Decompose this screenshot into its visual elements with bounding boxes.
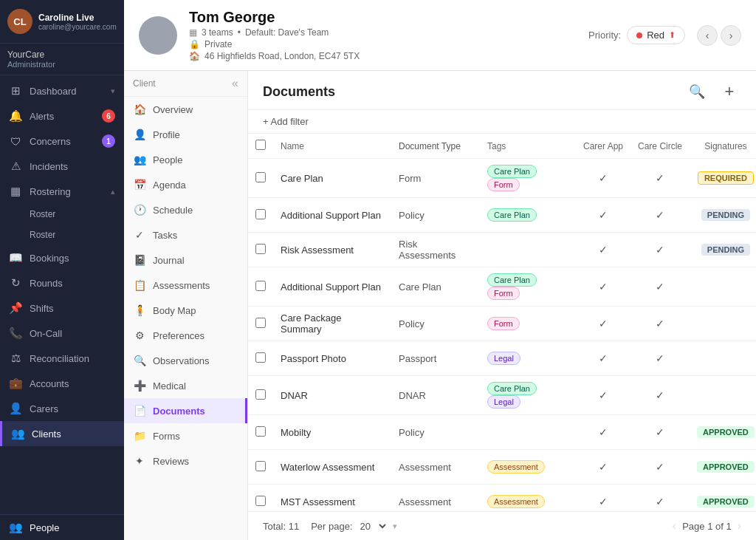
subnav-item-people[interactable]: 👥 People xyxy=(124,147,247,172)
check-icon: ✓ xyxy=(599,281,608,293)
subnav-item-label: Forms xyxy=(153,431,180,442)
sidebar-item-label: Clients xyxy=(32,428,61,440)
subnav-item-agenda[interactable]: 📅 Agenda xyxy=(124,172,247,197)
subnav-item-reviews[interactable]: ✦ Reviews xyxy=(124,448,247,474)
sidebar-item-concerns[interactable]: 🛡 Concerns 1 xyxy=(0,129,124,154)
sidebar: CL Caroline Live caroline@yourcare.com Y… xyxy=(0,0,124,540)
sidebar-item-accounts[interactable]: 💼 Accounts xyxy=(0,371,124,396)
bodymap-icon: 🧍 xyxy=(133,304,146,316)
sidebar-item-oncall[interactable]: 📞 On-Call xyxy=(0,321,124,346)
check-icon: ✓ xyxy=(656,461,664,473)
check-icon: ✓ xyxy=(599,461,608,473)
sidebar-item-alerts[interactable]: 🔔 Alerts 6 xyxy=(0,103,124,129)
tag-form: Form xyxy=(487,287,520,300)
client-teams: ▦ 3 teams • Default: Dave's Team xyxy=(189,27,577,38)
sidebar-item-dashboard[interactable]: ⊞ Dashboard ▾ xyxy=(0,78,124,103)
subnav-item-observations[interactable]: 🔍 Observations xyxy=(124,348,247,373)
subnav-item-profile[interactable]: 👤 Profile xyxy=(124,122,247,147)
medical-icon: ➕ xyxy=(133,380,146,392)
doc-name: Additional Support Plan xyxy=(273,198,391,233)
client-header: Tom George ▦ 3 teams • Default: Dave's T… xyxy=(124,0,756,71)
svg-point-0 xyxy=(153,27,163,38)
table-row: Additional Support Plan Care Plan Care P… xyxy=(248,267,756,307)
doc-name: Passport Photo xyxy=(273,341,391,376)
table-row: Mobilty Policy ✓ ✓ APPROVED Mon 7 Mar 20… xyxy=(248,415,756,450)
check-icon: ✓ xyxy=(656,352,664,364)
sidebar-item-rostering[interactable]: ▦ Rostering ▴ xyxy=(0,179,124,204)
row-checkbox[interactable] xyxy=(255,461,266,471)
select-all-checkbox[interactable] xyxy=(255,140,266,150)
clock-icon: 🕐 xyxy=(133,204,146,216)
sidebar-item-reconciliation[interactable]: ⚖ Reconciliation xyxy=(0,346,124,371)
subnav-item-forms[interactable]: 📁 Forms xyxy=(124,423,247,448)
next-page-button[interactable]: › xyxy=(738,519,741,533)
content-area: Client « 🏠 Overview 👤 Profile 👥 People 📅… xyxy=(124,71,756,540)
care-circle-check: ✓ xyxy=(630,341,690,376)
sidebar-item-roster2[interactable]: Roster xyxy=(0,225,124,245)
journal-icon: 📓 xyxy=(133,254,146,266)
sidebar-item-people[interactable]: 👥 People xyxy=(0,515,124,540)
row-checkbox[interactable] xyxy=(255,244,266,254)
documents-table: Name Document Type Tags Carer App Care C… xyxy=(248,134,756,511)
chevron-down-icon: ▾ xyxy=(111,86,115,96)
subnav-item-tasks[interactable]: ✓ Tasks xyxy=(124,222,247,247)
doc-type: Risk Assessments xyxy=(391,233,480,267)
doc-name: Risk Assessment xyxy=(273,233,391,267)
row-checkbox[interactable] xyxy=(255,318,266,328)
app-name: YourCare xyxy=(7,49,117,60)
check-icon: ✓ xyxy=(656,426,664,438)
col-signatures: Signatures xyxy=(690,134,756,159)
tag-form: Form xyxy=(487,178,520,191)
carers-icon: 👤 xyxy=(9,402,22,415)
table-row: Risk Assessment Risk Assessments ✓ ✓ PEN… xyxy=(248,233,756,267)
add-filter-button[interactable]: + Add filter xyxy=(263,116,309,127)
subnav-item-overview[interactable]: 🏠 Overview xyxy=(124,97,247,122)
subnav-item-documents[interactable]: 📄 Documents xyxy=(124,398,247,423)
add-document-button[interactable]: + xyxy=(718,80,741,103)
row-checkbox[interactable] xyxy=(255,209,266,219)
row-checkbox[interactable] xyxy=(255,352,266,363)
table-row: MST Assessment Assessment Assessment ✓ ✓… xyxy=(248,485,756,512)
subnav-item-assessments[interactable]: 📋 Assessments xyxy=(124,273,247,298)
table-row: Waterlow Assessment Assessment Assessmen… xyxy=(248,450,756,485)
subnav-item-journal[interactable]: 📓 Journal xyxy=(124,247,247,273)
check-icon: ✓ xyxy=(599,352,608,364)
doc-tags: Care Plan xyxy=(480,198,576,233)
sidebar-item-rounds[interactable]: ↻ Rounds xyxy=(0,270,124,295)
row-checkbox[interactable] xyxy=(255,496,266,506)
row-checkbox[interactable] xyxy=(255,281,266,291)
sidebar-item-bookings[interactable]: 📖 Bookings xyxy=(0,245,124,270)
row-checkbox[interactable] xyxy=(255,426,266,437)
tag-careplan: Care Plan xyxy=(487,273,537,287)
subnav-item-bodymap[interactable]: 🧍 Body Map xyxy=(124,298,247,323)
chevron-down-icon: ▾ xyxy=(393,522,397,531)
per-page-select[interactable]: 20 50 100 xyxy=(357,520,388,533)
priority-badge[interactable]: Red ⬆ xyxy=(627,26,685,44)
phone-icon: 📞 xyxy=(9,327,22,340)
subnav-item-medical[interactable]: ➕ Medical xyxy=(124,373,247,398)
sidebar-user[interactable]: CL Caroline Live caroline@yourcare.com xyxy=(0,0,124,44)
doc-tags: Legal xyxy=(480,341,576,376)
sidebar-item-clients[interactable]: 👥 Clients xyxy=(0,421,124,446)
client-avatar xyxy=(139,16,177,55)
row-checkbox[interactable] xyxy=(255,389,266,400)
documents-area: Documents 🔍 + + Add filter Name xyxy=(248,71,756,540)
sidebar-item-shifts[interactable]: 📌 Shifts xyxy=(0,295,124,321)
collapse-icon[interactable]: « xyxy=(232,77,238,90)
subnav-item-schedule[interactable]: 🕐 Schedule xyxy=(124,197,247,222)
carer-app-check: ✓ xyxy=(576,159,630,198)
sidebar-item-carers[interactable]: 👤 Carers xyxy=(0,396,124,421)
subnav-item-preferences[interactable]: ⚙ Preferences xyxy=(124,323,247,348)
check-icon: ✓ xyxy=(656,244,664,256)
doc-name: Care Package Summary xyxy=(273,307,391,341)
row-checkbox[interactable] xyxy=(255,172,266,182)
doc-signature: PENDING xyxy=(690,233,756,267)
location-icon: 🏠 xyxy=(189,51,200,61)
documents-table-container: Name Document Type Tags Carer App Care C… xyxy=(248,134,756,511)
prev-client-button[interactable]: ‹ xyxy=(697,25,718,46)
sidebar-item-roster[interactable]: Roster xyxy=(0,204,124,225)
search-button[interactable]: 🔍 xyxy=(685,80,709,103)
sidebar-item-incidents[interactable]: ⚠ Incidents xyxy=(0,154,124,179)
prev-page-button[interactable]: ‹ xyxy=(673,519,676,533)
next-client-button[interactable]: › xyxy=(721,25,741,46)
